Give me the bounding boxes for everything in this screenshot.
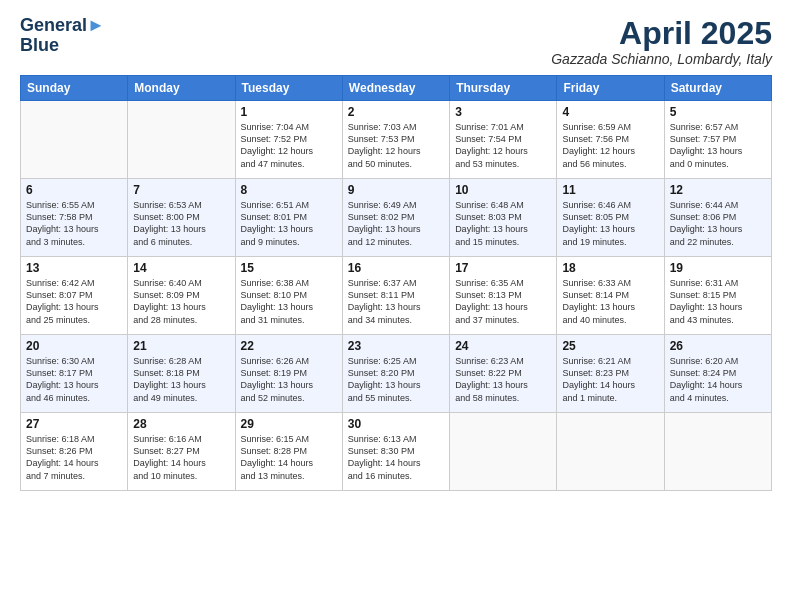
day-info: Sunrise: 6:44 AM Sunset: 8:06 PM Dayligh…	[670, 199, 766, 248]
calendar: SundayMondayTuesdayWednesdayThursdayFrid…	[20, 75, 772, 491]
calendar-cell	[128, 101, 235, 179]
calendar-cell: 20Sunrise: 6:30 AM Sunset: 8:17 PM Dayli…	[21, 335, 128, 413]
day-number: 9	[348, 183, 444, 197]
day-info: Sunrise: 7:04 AM Sunset: 7:52 PM Dayligh…	[241, 121, 337, 170]
calendar-cell: 24Sunrise: 6:23 AM Sunset: 8:22 PM Dayli…	[450, 335, 557, 413]
header: General►Blue April 2025 Gazzada Schianno…	[20, 16, 772, 67]
logo: General►Blue	[20, 16, 105, 56]
day-info: Sunrise: 6:16 AM Sunset: 8:27 PM Dayligh…	[133, 433, 229, 482]
day-info: Sunrise: 6:37 AM Sunset: 8:11 PM Dayligh…	[348, 277, 444, 326]
day-number: 26	[670, 339, 766, 353]
day-number: 11	[562, 183, 658, 197]
day-info: Sunrise: 6:33 AM Sunset: 8:14 PM Dayligh…	[562, 277, 658, 326]
day-number: 28	[133, 417, 229, 431]
day-number: 15	[241, 261, 337, 275]
day-info: Sunrise: 6:13 AM Sunset: 8:30 PM Dayligh…	[348, 433, 444, 482]
day-info: Sunrise: 6:48 AM Sunset: 8:03 PM Dayligh…	[455, 199, 551, 248]
day-number: 20	[26, 339, 122, 353]
day-header: Saturday	[664, 76, 771, 101]
day-info: Sunrise: 6:49 AM Sunset: 8:02 PM Dayligh…	[348, 199, 444, 248]
day-header: Sunday	[21, 76, 128, 101]
day-number: 23	[348, 339, 444, 353]
day-info: Sunrise: 7:03 AM Sunset: 7:53 PM Dayligh…	[348, 121, 444, 170]
calendar-cell: 30Sunrise: 6:13 AM Sunset: 8:30 PM Dayli…	[342, 413, 449, 491]
calendar-cell	[21, 101, 128, 179]
day-info: Sunrise: 6:53 AM Sunset: 8:00 PM Dayligh…	[133, 199, 229, 248]
day-info: Sunrise: 6:35 AM Sunset: 8:13 PM Dayligh…	[455, 277, 551, 326]
day-header: Wednesday	[342, 76, 449, 101]
calendar-cell: 8Sunrise: 6:51 AM Sunset: 8:01 PM Daylig…	[235, 179, 342, 257]
day-info: Sunrise: 6:25 AM Sunset: 8:20 PM Dayligh…	[348, 355, 444, 404]
day-number: 6	[26, 183, 122, 197]
day-number: 19	[670, 261, 766, 275]
calendar-cell: 18Sunrise: 6:33 AM Sunset: 8:14 PM Dayli…	[557, 257, 664, 335]
day-number: 13	[26, 261, 122, 275]
day-info: Sunrise: 6:26 AM Sunset: 8:19 PM Dayligh…	[241, 355, 337, 404]
day-header: Tuesday	[235, 76, 342, 101]
day-info: Sunrise: 6:18 AM Sunset: 8:26 PM Dayligh…	[26, 433, 122, 482]
day-info: Sunrise: 6:20 AM Sunset: 8:24 PM Dayligh…	[670, 355, 766, 404]
page: General►Blue April 2025 Gazzada Schianno…	[0, 0, 792, 612]
day-number: 5	[670, 105, 766, 119]
day-info: Sunrise: 6:42 AM Sunset: 8:07 PM Dayligh…	[26, 277, 122, 326]
calendar-cell: 16Sunrise: 6:37 AM Sunset: 8:11 PM Dayli…	[342, 257, 449, 335]
calendar-cell: 19Sunrise: 6:31 AM Sunset: 8:15 PM Dayli…	[664, 257, 771, 335]
day-number: 18	[562, 261, 658, 275]
day-info: Sunrise: 6:31 AM Sunset: 8:15 PM Dayligh…	[670, 277, 766, 326]
calendar-cell: 2Sunrise: 7:03 AM Sunset: 7:53 PM Daylig…	[342, 101, 449, 179]
day-info: Sunrise: 6:15 AM Sunset: 8:28 PM Dayligh…	[241, 433, 337, 482]
day-info: Sunrise: 6:46 AM Sunset: 8:05 PM Dayligh…	[562, 199, 658, 248]
day-info: Sunrise: 6:40 AM Sunset: 8:09 PM Dayligh…	[133, 277, 229, 326]
day-header: Friday	[557, 76, 664, 101]
calendar-cell: 29Sunrise: 6:15 AM Sunset: 8:28 PM Dayli…	[235, 413, 342, 491]
day-number: 2	[348, 105, 444, 119]
calendar-cell: 6Sunrise: 6:55 AM Sunset: 7:58 PM Daylig…	[21, 179, 128, 257]
month-title: April 2025	[551, 16, 772, 51]
calendar-cell: 3Sunrise: 7:01 AM Sunset: 7:54 PM Daylig…	[450, 101, 557, 179]
day-number: 1	[241, 105, 337, 119]
day-number: 10	[455, 183, 551, 197]
calendar-cell: 27Sunrise: 6:18 AM Sunset: 8:26 PM Dayli…	[21, 413, 128, 491]
calendar-cell: 17Sunrise: 6:35 AM Sunset: 8:13 PM Dayli…	[450, 257, 557, 335]
day-number: 3	[455, 105, 551, 119]
day-number: 25	[562, 339, 658, 353]
day-info: Sunrise: 6:38 AM Sunset: 8:10 PM Dayligh…	[241, 277, 337, 326]
day-info: Sunrise: 6:21 AM Sunset: 8:23 PM Dayligh…	[562, 355, 658, 404]
day-number: 22	[241, 339, 337, 353]
calendar-cell: 4Sunrise: 6:59 AM Sunset: 7:56 PM Daylig…	[557, 101, 664, 179]
day-number: 7	[133, 183, 229, 197]
day-number: 27	[26, 417, 122, 431]
calendar-cell: 13Sunrise: 6:42 AM Sunset: 8:07 PM Dayli…	[21, 257, 128, 335]
day-number: 4	[562, 105, 658, 119]
day-info: Sunrise: 6:57 AM Sunset: 7:57 PM Dayligh…	[670, 121, 766, 170]
day-header: Thursday	[450, 76, 557, 101]
day-info: Sunrise: 6:28 AM Sunset: 8:18 PM Dayligh…	[133, 355, 229, 404]
day-info: Sunrise: 6:55 AM Sunset: 7:58 PM Dayligh…	[26, 199, 122, 248]
day-number: 24	[455, 339, 551, 353]
calendar-cell: 15Sunrise: 6:38 AM Sunset: 8:10 PM Dayli…	[235, 257, 342, 335]
calendar-cell: 26Sunrise: 6:20 AM Sunset: 8:24 PM Dayli…	[664, 335, 771, 413]
day-number: 29	[241, 417, 337, 431]
title-section: April 2025 Gazzada Schianno, Lombardy, I…	[551, 16, 772, 67]
day-info: Sunrise: 7:01 AM Sunset: 7:54 PM Dayligh…	[455, 121, 551, 170]
day-number: 17	[455, 261, 551, 275]
day-number: 21	[133, 339, 229, 353]
calendar-cell: 25Sunrise: 6:21 AM Sunset: 8:23 PM Dayli…	[557, 335, 664, 413]
day-number: 16	[348, 261, 444, 275]
day-header: Monday	[128, 76, 235, 101]
calendar-cell: 7Sunrise: 6:53 AM Sunset: 8:00 PM Daylig…	[128, 179, 235, 257]
location-title: Gazzada Schianno, Lombardy, Italy	[551, 51, 772, 67]
day-info: Sunrise: 6:30 AM Sunset: 8:17 PM Dayligh…	[26, 355, 122, 404]
day-number: 12	[670, 183, 766, 197]
calendar-cell: 11Sunrise: 6:46 AM Sunset: 8:05 PM Dayli…	[557, 179, 664, 257]
calendar-cell	[450, 413, 557, 491]
calendar-cell: 14Sunrise: 6:40 AM Sunset: 8:09 PM Dayli…	[128, 257, 235, 335]
calendar-cell: 22Sunrise: 6:26 AM Sunset: 8:19 PM Dayli…	[235, 335, 342, 413]
day-info: Sunrise: 6:23 AM Sunset: 8:22 PM Dayligh…	[455, 355, 551, 404]
calendar-cell: 10Sunrise: 6:48 AM Sunset: 8:03 PM Dayli…	[450, 179, 557, 257]
calendar-cell	[664, 413, 771, 491]
calendar-cell: 1Sunrise: 7:04 AM Sunset: 7:52 PM Daylig…	[235, 101, 342, 179]
calendar-cell: 21Sunrise: 6:28 AM Sunset: 8:18 PM Dayli…	[128, 335, 235, 413]
calendar-cell: 28Sunrise: 6:16 AM Sunset: 8:27 PM Dayli…	[128, 413, 235, 491]
day-number: 14	[133, 261, 229, 275]
